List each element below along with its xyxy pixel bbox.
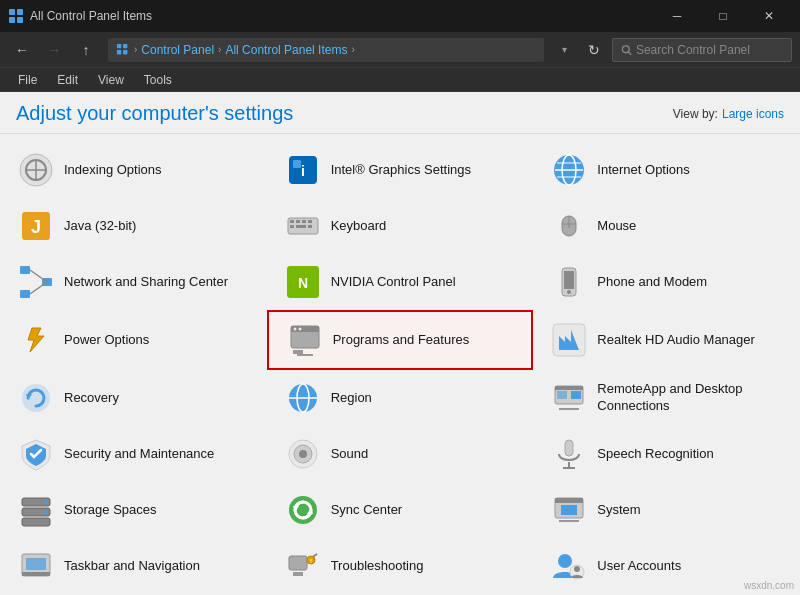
useraccount-icon [549,546,589,586]
up-button[interactable]: ↑ [72,36,100,64]
taskbar-label: Taskbar and Navigation [64,558,200,575]
nav-bar: ← → ↑ › Control Panel › All Control Pane… [0,32,800,68]
list-item[interactable]: Network and Sharing Center [0,254,267,310]
breadcrumb-all-items[interactable]: All Control Panel Items [225,43,347,57]
list-item[interactable]: Indexing Options [0,142,267,198]
keyboard-label: Keyboard [331,218,387,235]
svg-rect-82 [26,558,46,570]
list-item[interactable]: Speech Recognition [533,426,800,482]
menu-tools[interactable]: Tools [134,68,182,92]
network-label: Network and Sharing Center [64,274,228,291]
list-item[interactable]: Region [267,370,534,426]
system-label: System [597,502,640,519]
list-item[interactable]: Power Options [0,310,267,370]
search-icon [621,44,632,56]
svg-rect-31 [308,225,312,228]
svg-rect-30 [296,225,306,228]
list-item[interactable]: Phone and Modem [533,254,800,310]
svg-rect-79 [561,505,577,515]
storage-label: Storage Spaces [64,502,157,519]
svg-rect-1 [17,9,23,15]
svg-rect-16 [293,160,301,168]
forward-button[interactable]: → [40,36,68,64]
menu-file[interactable]: File [8,68,47,92]
svg-rect-78 [559,520,579,522]
close-button[interactable]: ✕ [746,0,792,32]
sync-icon [283,490,323,530]
list-item[interactable]: Security and Maintenance [0,426,267,482]
refresh-button[interactable]: ↻ [580,36,608,64]
remoteapp-label: RemoteApp and Desktop Connections [597,381,784,415]
svg-rect-25 [290,220,294,223]
recovery-label: Recovery [64,390,119,407]
breadcrumb-arrow2: › [218,44,221,55]
list-item[interactable]: Realtek HD Audio Manager [533,310,800,370]
nvidia-icon: N [283,262,323,302]
region-label: Region [331,390,372,407]
list-item[interactable]: Internet Options [533,142,800,198]
svg-rect-0 [9,9,15,15]
list-item[interactable]: Taskbar and Navigation [0,538,267,594]
power-label: Power Options [64,332,149,349]
trouble-label: Troubleshooting [331,558,424,575]
svg-rect-77 [555,498,583,503]
list-item[interactable]: Programs and Features [267,310,534,370]
breadcrumb-arrow3: › [351,44,354,55]
intel-icon: i [283,150,323,190]
maximize-button[interactable]: □ [700,0,746,32]
svg-rect-35 [20,266,30,274]
useraccount-label: User Accounts [597,558,681,575]
window-title: All Control Panel Items [30,9,152,23]
svg-text:!: ! [310,558,312,564]
svg-rect-61 [571,391,581,399]
minimize-button[interactable]: ─ [654,0,700,32]
list-item[interactable]: System [533,482,800,538]
list-item[interactable]: N NVIDIA Control Panel [267,254,534,310]
list-item[interactable]: Sync Center [267,482,534,538]
list-item[interactable]: Keyboard [267,198,534,254]
title-bar-controls: ─ □ ✕ [654,0,792,32]
svg-rect-4 [117,43,121,47]
breadcrumb-arrow1: › [134,44,137,55]
list-item[interactable]: Storage Spaces [0,482,267,538]
list-item[interactable]: Mouse [533,198,800,254]
svg-rect-83 [289,556,307,570]
nav-right: ▾ ↻ [552,36,792,64]
svg-rect-26 [296,220,300,223]
back-button[interactable]: ← [8,36,36,64]
realtek-label: Realtek HD Audio Manager [597,332,755,349]
svg-rect-47 [293,350,303,354]
network-icon [16,262,56,302]
breadcrumb-icon [116,43,130,57]
breadcrumb-control-panel[interactable]: Control Panel [141,43,214,57]
svg-rect-70 [22,518,50,526]
list-item[interactable]: J Java (32-bit) [0,198,267,254]
svg-rect-5 [123,43,127,47]
list-item[interactable]: RemoteApp and Desktop Connections [533,370,800,426]
list-item[interactable]: ! Troubleshooting [267,538,534,594]
list-item[interactable]: Sound [267,426,534,482]
menu-edit[interactable]: Edit [47,68,88,92]
view-by-option[interactable]: Large icons [722,107,784,121]
list-item[interactable]: Recovery [0,370,267,426]
items-grid: Indexing Options i Intel® Graphics Setti… [0,142,800,595]
mouse-label: Mouse [597,218,636,235]
keyboard-icon [283,206,323,246]
svg-point-52 [22,384,50,412]
svg-point-88 [558,554,572,568]
svg-point-64 [299,450,307,458]
speech-icon [549,434,589,474]
svg-rect-2 [9,17,15,23]
svg-point-90 [574,566,580,572]
phone-icon [549,262,589,302]
list-item[interactable]: i Intel® Graphics Settings [267,142,534,198]
nvidia-label: NVIDIA Control Panel [331,274,456,291]
dropdown-button[interactable]: ▾ [552,38,576,62]
svg-text:N: N [298,275,308,291]
svg-point-49 [293,328,296,331]
search-input[interactable] [636,43,783,57]
mouse-icon [549,206,589,246]
content-area: Adjust your computer's settings View by:… [0,92,800,595]
security-label: Security and Maintenance [64,446,214,463]
menu-view[interactable]: View [88,68,134,92]
